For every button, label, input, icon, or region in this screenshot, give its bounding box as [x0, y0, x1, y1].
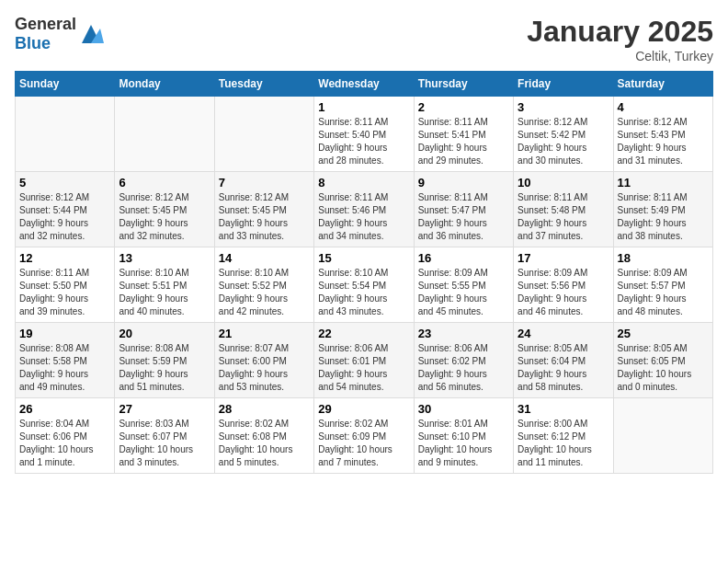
calendar-day-cell: 6Sunrise: 8:12 AM Sunset: 5:45 PM Daylig… [115, 172, 214, 247]
day-info: Sunrise: 8:04 AM Sunset: 6:06 PM Dayligh… [19, 418, 110, 469]
calendar-table: Sunday Monday Tuesday Wednesday Thursday… [15, 71, 713, 474]
day-number: 28 [219, 402, 310, 416]
calendar-day-cell: 23Sunrise: 8:06 AM Sunset: 6:02 PM Dayli… [414, 323, 513, 398]
day-number: 10 [518, 176, 609, 190]
day-number: 6 [119, 176, 210, 190]
col-friday: Friday [514, 72, 613, 97]
calendar-header: Sunday Monday Tuesday Wednesday Thursday… [16, 72, 713, 97]
day-info: Sunrise: 8:12 AM Sunset: 5:42 PM Dayligh… [518, 116, 609, 167]
day-info: Sunrise: 8:11 AM Sunset: 5:40 PM Dayligh… [318, 116, 409, 167]
day-number: 22 [318, 327, 409, 340]
col-saturday: Saturday [613, 72, 712, 97]
calendar-day-cell: 12Sunrise: 8:11 AM Sunset: 5:50 PM Dayli… [16, 247, 115, 323]
day-info: Sunrise: 8:00 AM Sunset: 6:12 PM Dayligh… [518, 418, 609, 469]
day-number: 2 [418, 100, 509, 114]
col-thursday: Thursday [414, 72, 513, 97]
calendar-day-cell: 26Sunrise: 8:04 AM Sunset: 6:06 PM Dayli… [16, 398, 115, 474]
calendar-day-cell: 19Sunrise: 8:08 AM Sunset: 5:58 PM Dayli… [16, 323, 115, 398]
logo: General Blue [15, 15, 104, 53]
calendar-day-cell: 20Sunrise: 8:08 AM Sunset: 5:59 PM Dayli… [115, 323, 214, 398]
day-number: 18 [618, 251, 709, 265]
day-info: Sunrise: 8:10 AM Sunset: 5:51 PM Dayligh… [119, 267, 210, 318]
logo-general: General [15, 15, 76, 33]
day-info: Sunrise: 8:12 AM Sunset: 5:44 PM Dayligh… [19, 191, 110, 243]
day-number: 12 [19, 251, 110, 265]
calendar-week-row: 12Sunrise: 8:11 AM Sunset: 5:50 PM Dayli… [16, 247, 713, 323]
day-info: Sunrise: 8:03 AM Sunset: 6:07 PM Dayligh… [119, 418, 210, 469]
day-info: Sunrise: 8:09 AM Sunset: 5:56 PM Dayligh… [518, 267, 609, 318]
day-number: 5 [19, 176, 110, 190]
calendar-day-cell: 25Sunrise: 8:05 AM Sunset: 6:05 PM Dayli… [613, 323, 712, 398]
day-number: 27 [119, 402, 210, 416]
logo-blue: Blue [15, 34, 51, 52]
day-info: Sunrise: 8:09 AM Sunset: 5:55 PM Dayligh… [418, 267, 509, 318]
day-number: 20 [119, 327, 210, 340]
calendar-day-cell: 27Sunrise: 8:03 AM Sunset: 6:07 PM Dayli… [115, 398, 214, 474]
day-info: Sunrise: 8:06 AM Sunset: 6:02 PM Dayligh… [418, 342, 509, 394]
calendar-day-cell [115, 97, 214, 172]
day-info: Sunrise: 8:12 AM Sunset: 5:45 PM Dayligh… [119, 191, 210, 243]
day-info: Sunrise: 8:08 AM Sunset: 5:59 PM Dayligh… [119, 342, 210, 394]
day-number: 17 [518, 251, 609, 265]
title-section: January 2025 Celtik, Turkey [527, 15, 713, 63]
day-number: 16 [418, 251, 509, 265]
day-number: 14 [219, 251, 310, 265]
day-info: Sunrise: 8:11 AM Sunset: 5:41 PM Dayligh… [418, 116, 509, 167]
calendar-day-cell: 3Sunrise: 8:12 AM Sunset: 5:42 PM Daylig… [514, 97, 613, 172]
calendar-day-cell [16, 97, 115, 172]
day-info: Sunrise: 8:02 AM Sunset: 6:09 PM Dayligh… [318, 418, 409, 469]
calendar-day-cell: 15Sunrise: 8:10 AM Sunset: 5:54 PM Dayli… [314, 247, 414, 323]
calendar-day-cell: 5Sunrise: 8:12 AM Sunset: 5:44 PM Daylig… [16, 172, 115, 247]
day-info: Sunrise: 8:11 AM Sunset: 5:47 PM Dayligh… [418, 191, 509, 243]
day-number: 21 [219, 327, 310, 340]
calendar-week-row: 26Sunrise: 8:04 AM Sunset: 6:06 PM Dayli… [16, 398, 713, 474]
day-info: Sunrise: 8:10 AM Sunset: 5:54 PM Dayligh… [318, 267, 409, 318]
day-number: 11 [618, 176, 709, 190]
day-number: 8 [318, 176, 409, 190]
day-number: 15 [318, 251, 409, 265]
day-info: Sunrise: 8:05 AM Sunset: 6:04 PM Dayligh… [518, 342, 609, 394]
page-header: General Blue January 2025 Celtik, Turkey [15, 15, 713, 63]
calendar-title: January 2025 [527, 15, 713, 49]
day-info: Sunrise: 8:05 AM Sunset: 6:05 PM Dayligh… [618, 342, 709, 394]
calendar-day-cell: 8Sunrise: 8:11 AM Sunset: 5:46 PM Daylig… [314, 172, 414, 247]
calendar-day-cell: 1Sunrise: 8:11 AM Sunset: 5:40 PM Daylig… [314, 97, 414, 172]
calendar-day-cell: 4Sunrise: 8:12 AM Sunset: 5:43 PM Daylig… [613, 97, 712, 172]
day-info: Sunrise: 8:11 AM Sunset: 5:49 PM Dayligh… [618, 191, 709, 243]
col-sunday: Sunday [16, 72, 115, 97]
col-wednesday: Wednesday [314, 72, 414, 97]
day-number: 29 [318, 402, 409, 416]
day-info: Sunrise: 8:01 AM Sunset: 6:10 PM Dayligh… [418, 418, 509, 469]
calendar-day-cell: 29Sunrise: 8:02 AM Sunset: 6:09 PM Dayli… [314, 398, 414, 474]
calendar-day-cell: 11Sunrise: 8:11 AM Sunset: 5:49 PM Dayli… [613, 172, 712, 247]
calendar-day-cell: 9Sunrise: 8:11 AM Sunset: 5:47 PM Daylig… [414, 172, 513, 247]
calendar-day-cell: 10Sunrise: 8:11 AM Sunset: 5:48 PM Dayli… [514, 172, 613, 247]
day-number: 4 [618, 100, 709, 114]
day-number: 30 [418, 402, 509, 416]
calendar-day-cell: 13Sunrise: 8:10 AM Sunset: 5:51 PM Dayli… [115, 247, 214, 323]
day-info: Sunrise: 8:09 AM Sunset: 5:57 PM Dayligh… [618, 267, 709, 318]
day-info: Sunrise: 8:12 AM Sunset: 5:45 PM Dayligh… [219, 191, 310, 243]
day-number: 7 [219, 176, 310, 190]
day-number: 26 [19, 402, 110, 416]
calendar-week-row: 5Sunrise: 8:12 AM Sunset: 5:44 PM Daylig… [16, 172, 713, 247]
day-number: 23 [418, 327, 509, 340]
calendar-day-cell [613, 398, 712, 474]
day-info: Sunrise: 8:02 AM Sunset: 6:08 PM Dayligh… [219, 418, 310, 469]
calendar-day-cell: 31Sunrise: 8:00 AM Sunset: 6:12 PM Dayli… [514, 398, 613, 474]
day-number: 24 [518, 327, 609, 340]
calendar-day-cell: 17Sunrise: 8:09 AM Sunset: 5:56 PM Dayli… [514, 247, 613, 323]
day-number: 1 [318, 100, 409, 114]
day-info: Sunrise: 8:10 AM Sunset: 5:52 PM Dayligh… [219, 267, 310, 318]
calendar-day-cell: 28Sunrise: 8:02 AM Sunset: 6:08 PM Dayli… [214, 398, 313, 474]
day-number: 25 [618, 327, 709, 340]
calendar-week-row: 19Sunrise: 8:08 AM Sunset: 5:58 PM Dayli… [16, 323, 713, 398]
calendar-day-cell: 22Sunrise: 8:06 AM Sunset: 6:01 PM Dayli… [314, 323, 414, 398]
calendar-subtitle: Celtik, Turkey [527, 49, 713, 63]
calendar-day-cell: 2Sunrise: 8:11 AM Sunset: 5:41 PM Daylig… [414, 97, 513, 172]
day-number: 3 [518, 100, 609, 114]
calendar-week-row: 1Sunrise: 8:11 AM Sunset: 5:40 PM Daylig… [16, 97, 713, 172]
day-number: 31 [518, 402, 609, 416]
col-tuesday: Tuesday [214, 72, 313, 97]
day-info: Sunrise: 8:06 AM Sunset: 6:01 PM Dayligh… [318, 342, 409, 394]
